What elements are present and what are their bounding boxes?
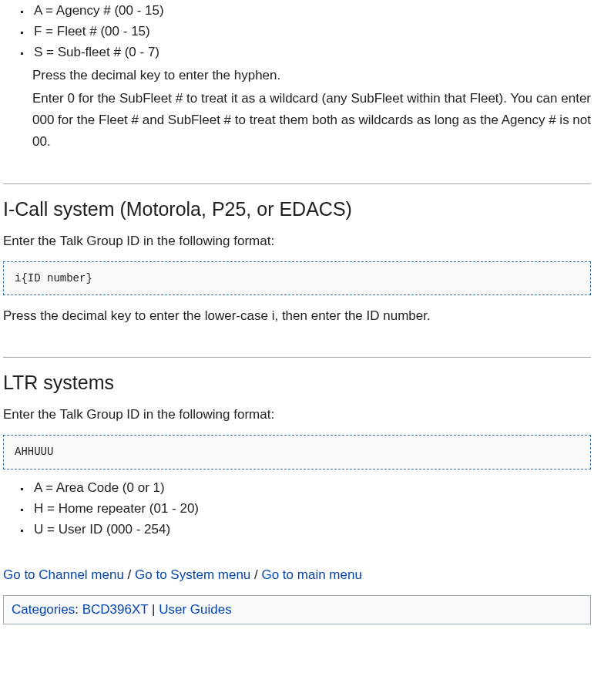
section-divider xyxy=(3,183,591,184)
ltr-code: AHHUUU xyxy=(3,435,591,469)
top-list: A = Agency # (00 - 15) F = Fleet # (00 -… xyxy=(3,0,591,63)
nav-links: Go to Channel menu / Go to System menu /… xyxy=(3,567,591,583)
nav-system-link[interactable]: Go to System menu xyxy=(135,567,250,582)
list-item: H = Home repeater (01 - 20) xyxy=(31,498,591,519)
list-item-text: A = Agency # (00 - 15) xyxy=(32,3,164,18)
icall-code: i{ID number} xyxy=(3,261,591,295)
cat-sep: | xyxy=(148,602,159,617)
ltr-heading: LTR systems xyxy=(3,372,591,394)
list-item: U = User ID (000 - 254) xyxy=(31,519,591,540)
nav-main-link[interactable]: Go to main menu xyxy=(261,567,361,582)
category-user-guides-link[interactable]: User Guides xyxy=(159,602,231,617)
ltr-intro: Enter the Talk Group ID in the following… xyxy=(3,405,591,425)
list-item-text: A = Area Code (0 or 1) xyxy=(32,480,165,495)
list-item-text: U = User ID (000 - 254) xyxy=(32,522,170,537)
list-item: F = Fleet # (00 - 15) xyxy=(31,21,591,42)
list-item-text: H = Home repeater (01 - 20) xyxy=(32,501,199,516)
icall-intro: Enter the Talk Group ID in the following… xyxy=(3,231,591,251)
list-item: S = Sub-fleet # (0 - 7) xyxy=(31,42,591,62)
list-item-text: F = Fleet # (00 - 15) xyxy=(32,24,150,39)
categories-box: Categories: BCD396XT | User Guides xyxy=(3,595,591,624)
nav-channel-link[interactable]: Go to Channel menu xyxy=(3,567,124,582)
section-divider xyxy=(3,357,591,358)
category-bcd396xt-link[interactable]: BCD396XT xyxy=(82,602,149,617)
top-list-after-p1: Press the decimal key to enter the hyphe… xyxy=(32,65,591,86)
cat-colon: : xyxy=(75,602,82,617)
ltr-list: A = Area Code (0 or 1) H = Home repeater… xyxy=(3,477,591,540)
nav-sep: / xyxy=(124,567,135,582)
list-item-text: S = Sub-fleet # (0 - 7) xyxy=(32,45,159,59)
list-item: A = Agency # (00 - 15) xyxy=(31,0,591,21)
list-item: A = Area Code (0 or 1) xyxy=(31,477,591,498)
nav-sep: / xyxy=(250,567,261,582)
icall-after: Press the decimal key to enter the lower… xyxy=(3,306,591,326)
categories-label-link[interactable]: Categories xyxy=(12,602,75,617)
icall-heading: I-Call system (Motorola, P25, or EDACS) xyxy=(3,198,591,220)
top-list-after-p2: Enter 0 for the SubFleet # to treat it a… xyxy=(32,88,591,153)
